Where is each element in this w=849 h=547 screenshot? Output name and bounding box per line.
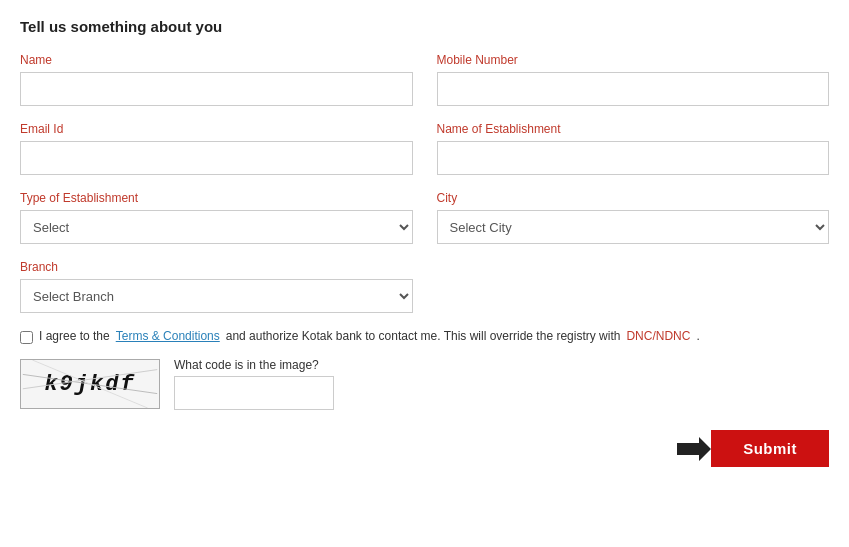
terms-text-1: I agree to the: [39, 329, 110, 343]
city-label: City: [437, 191, 830, 205]
page-title: Tell us something about you: [20, 18, 829, 35]
name-field-group: Name: [20, 53, 413, 106]
email-input[interactable]: [20, 141, 413, 175]
establishment-name-label: Name of Establishment: [437, 122, 830, 136]
svg-marker-3: [677, 437, 711, 461]
captcha-image: k9jkdf: [20, 359, 160, 409]
captcha-row: k9jkdf What code is in the image?: [20, 358, 829, 410]
email-field-group: Email Id: [20, 122, 413, 175]
type-establishment-select[interactable]: Select: [20, 210, 413, 244]
terms-text-3: .: [696, 329, 699, 343]
branch-group: Branch Select Branch: [20, 260, 413, 313]
name-label: Name: [20, 53, 413, 67]
dnc-text: DNC/NDNC: [626, 329, 690, 343]
captcha-label: What code is in the image?: [174, 358, 334, 372]
email-label: Email Id: [20, 122, 413, 136]
city-group: City Select City: [437, 191, 830, 244]
terms-checkbox[interactable]: [20, 331, 33, 344]
branch-label: Branch: [20, 260, 413, 274]
mobile-label: Mobile Number: [437, 53, 830, 67]
submit-row: Submit: [20, 430, 829, 467]
captcha-text: k9jkdf: [44, 372, 135, 397]
type-establishment-group: Type of Establishment Select: [20, 191, 413, 244]
name-input[interactable]: [20, 72, 413, 106]
terms-text-2: and authorize Kotak bank to contact me. …: [226, 329, 621, 343]
type-establishment-label: Type of Establishment: [20, 191, 413, 205]
captcha-input[interactable]: [174, 376, 334, 410]
captcha-input-group: What code is in the image?: [174, 358, 334, 410]
arrow-indicator: [677, 435, 713, 463]
submit-button[interactable]: Submit: [711, 430, 829, 467]
terms-link[interactable]: Terms & Conditions: [116, 329, 220, 343]
terms-row: I agree to the Terms & Conditions and au…: [20, 329, 829, 344]
establishment-name-group: Name of Establishment: [437, 122, 830, 175]
branch-select[interactable]: Select Branch: [20, 279, 413, 313]
mobile-field-group: Mobile Number: [437, 53, 830, 106]
mobile-input[interactable]: [437, 72, 830, 106]
city-select[interactable]: Select City: [437, 210, 830, 244]
establishment-name-input[interactable]: [437, 141, 830, 175]
